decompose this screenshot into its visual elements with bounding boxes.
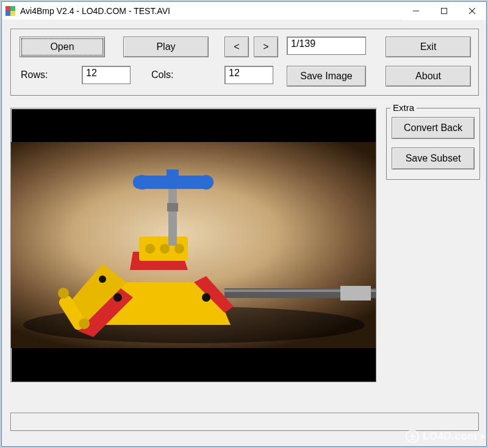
download-icon — [406, 430, 419, 443]
svg-point-23 — [113, 293, 122, 302]
prev-frame-button[interactable]: < — [224, 37, 249, 57]
cols-value: 12 — [229, 68, 240, 78]
play-arrow-icon — [481, 433, 486, 439]
open-button[interactable]: Open — [20, 37, 105, 57]
about-button-label: About — [415, 71, 441, 82]
save-subset-button[interactable]: Save Subset — [392, 148, 475, 169]
svg-point-28 — [79, 318, 90, 329]
convert-back-button[interactable]: Convert Back — [392, 117, 475, 139]
extra-group: Extra Convert Back Save Subset — [386, 108, 480, 180]
rows-label: Rows: — [21, 69, 48, 80]
about-button[interactable]: About — [386, 66, 471, 87]
svg-point-14 — [145, 244, 155, 254]
svg-rect-1 — [442, 8, 447, 13]
play-button[interactable]: Play — [123, 37, 209, 57]
save-image-button[interactable]: Save Image — [287, 66, 366, 87]
status-bar — [10, 413, 479, 431]
rows-input[interactable]: 12 — [82, 66, 131, 84]
top-panel: Open Play < > 1/139 Exit Rows: 12 Cols: … — [10, 29, 479, 96]
window-controls — [402, 2, 486, 20]
chevron-left-icon: < — [234, 41, 239, 52]
exit-button[interactable]: Exit — [386, 37, 471, 57]
app-icon — [5, 6, 15, 16]
frame-counter-value: 1/139 — [291, 38, 315, 49]
exit-button-label: Exit — [420, 41, 437, 52]
save-subset-label: Save Subset — [406, 153, 461, 164]
play-button-label: Play — [156, 41, 175, 52]
svg-rect-22 — [167, 169, 179, 179]
save-image-label: Save Image — [300, 71, 352, 82]
svg-point-27 — [58, 288, 69, 299]
open-button-label: Open — [50, 41, 74, 52]
svg-point-20 — [135, 175, 149, 190]
cols-input[interactable]: 12 — [224, 66, 273, 84]
svg-rect-17 — [168, 185, 177, 246]
close-button[interactable] — [458, 2, 486, 20]
extra-group-label: Extra — [390, 102, 417, 113]
next-frame-button[interactable]: > — [254, 37, 278, 57]
maximize-button[interactable] — [430, 2, 458, 20]
svg-point-25 — [99, 276, 106, 283]
minimize-icon — [413, 8, 419, 14]
frame-counter-field[interactable]: 1/139 — [287, 37, 366, 55]
cols-label: Cols: — [151, 69, 173, 80]
watermark-text: LO4D.com — [423, 430, 477, 443]
svg-rect-7 — [340, 286, 371, 300]
svg-point-21 — [199, 175, 214, 190]
svg-rect-18 — [167, 203, 178, 212]
client-area: Open Play < > 1/139 Exit Rows: 12 Cols: … — [2, 20, 486, 446]
maximize-icon — [441, 8, 447, 14]
video-preview — [10, 108, 376, 382]
chevron-right-icon: > — [263, 41, 268, 52]
video-frame-image — [11, 142, 376, 348]
lego-illustration — [11, 142, 376, 349]
minimize-button[interactable] — [402, 2, 430, 20]
titlebar: Avi4Bmp V2.4 - LO4D.COM - TEST.AVI — [2, 2, 486, 20]
convert-back-label: Convert Back — [404, 123, 462, 133]
watermark: LO4D.com — [406, 430, 483, 443]
svg-point-15 — [160, 244, 170, 254]
app-window: Avi4Bmp V2.4 - LO4D.COM - TEST.AVI Open … — [1, 1, 487, 447]
close-icon — [469, 8, 475, 14]
titlebar-text: Avi4Bmp V2.4 - LO4D.COM - TEST.AVI — [20, 6, 402, 16]
rows-value: 12 — [86, 68, 97, 78]
svg-point-24 — [202, 293, 210, 302]
